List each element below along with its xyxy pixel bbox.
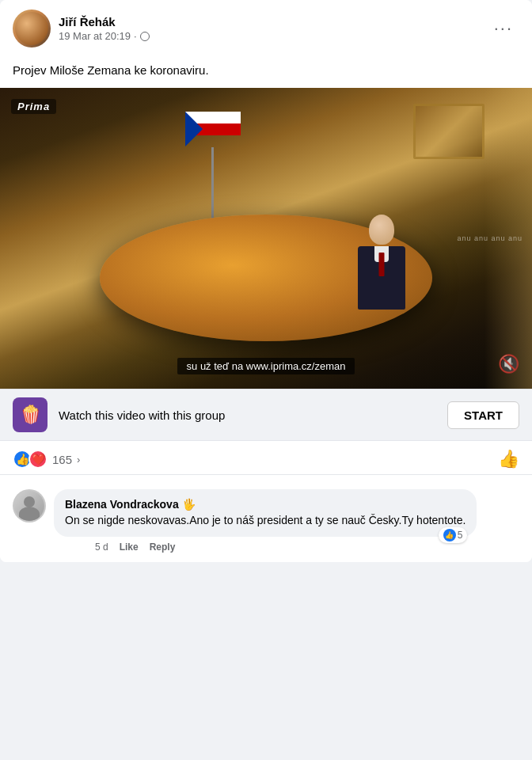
watch-group-label: Watch this video with this group (59, 408, 436, 422)
watch-group-icon: 🍿 (20, 405, 41, 425)
mini-like-icon: 👍 (443, 529, 456, 542)
comment-like-count: 5 (458, 530, 463, 541)
flag-triangle (185, 112, 203, 146)
reactions-left[interactable]: 👍 ❤️ 165 › (13, 450, 80, 469)
post-card: Jiří Řehák 19 Mar at 20:19 · ··· Projev … (0, 0, 532, 562)
person-head (369, 215, 394, 245)
side-text: anu anu anu anu (457, 233, 522, 244)
person-figure (358, 215, 405, 310)
comment-like-badge: 👍 5 (439, 527, 468, 543)
commenter-avatar-inner (14, 491, 44, 521)
comment-item: Blazena Vondrackova 🖐 On se nigde neskov… (13, 489, 519, 553)
post-text: Projev Miloše Zemana ke koronaviru. (0, 57, 532, 88)
video-scene: anu anu anu anu (0, 88, 532, 389)
comment-text: On se nigde neskovavas.Ano je to náš pre… (65, 513, 466, 529)
reactions-bar: 👍 ❤️ 165 › 👍 (0, 441, 532, 475)
comment-section: Blazena Vondrackova 🖐 On se nigde neskov… (0, 475, 532, 562)
comment-like-button[interactable]: Like (120, 542, 139, 553)
person-tie (379, 253, 385, 276)
video-container[interactable]: anu anu anu anu Prima 🔇 su už teď na www… (0, 88, 532, 389)
comment-actions: 5 d Like Reply (95, 542, 477, 553)
video-subtitle: su už teď na www.iprima.cz/zeman (0, 358, 532, 374)
avatar-image (13, 10, 51, 48)
more-options-button[interactable]: ··· (488, 15, 519, 42)
watch-group-bar: 🍿 Watch this video with this group START (0, 389, 532, 441)
wall-painting (413, 104, 484, 159)
post-meta: Jiří Řehák 19 Mar at 20:19 · (59, 15, 488, 42)
comment-bubble: Blazena Vondrackova 🖐 On se nigde neskov… (54, 489, 477, 537)
reaction-emoji-group: 👍 ❤️ (13, 450, 48, 469)
love-reaction: ❤️ (28, 450, 48, 469)
video-thumbnail: anu anu anu anu Prima 🔇 su už teď na www… (0, 88, 532, 389)
prima-logo: Prima (11, 99, 56, 114)
post-header: Jiří Řehák 19 Mar at 20:19 · ··· (0, 0, 532, 57)
post-time: 19 Mar at 20:19 · (59, 30, 488, 42)
reaction-chevron: › (77, 454, 80, 466)
flag-cloth (185, 112, 241, 147)
watch-icon-box: 🍿 (13, 397, 48, 432)
avatar[interactable] (13, 10, 51, 48)
like-button[interactable]: 👍 (498, 449, 519, 469)
person-body (358, 246, 405, 310)
reaction-count: 165 (52, 453, 72, 466)
commenter-name[interactable]: Blazena Vondrackova 🖐 (65, 498, 196, 511)
globe-icon (140, 32, 150, 41)
comment-time: 5 d (95, 542, 108, 553)
start-button[interactable]: START (447, 401, 519, 429)
comment-reply-button[interactable]: Reply (150, 542, 176, 553)
commenter-avatar[interactable] (13, 489, 46, 522)
post-author[interactable]: Jiří Řehák (59, 15, 488, 28)
